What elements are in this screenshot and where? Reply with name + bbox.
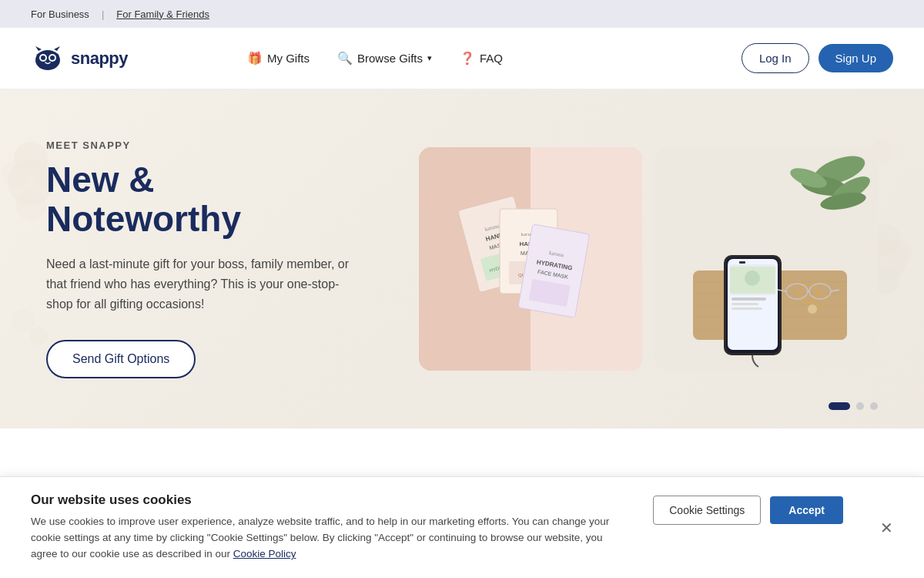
svg-rect-61 (732, 307, 762, 310)
hero-text-area: MEET SNAPPY New & Noteworthy Need a last… (46, 139, 354, 378)
cookie-banner: Our website uses cookies We use cookies … (0, 476, 924, 578)
carousel-dot-3[interactable] (870, 402, 878, 410)
svg-point-11 (29, 327, 48, 345)
cookie-body-text: We use cookies to improve user experienc… (31, 516, 609, 560)
signup-button[interactable]: Sign Up (819, 44, 893, 72)
my-gifts-label: My Gifts (267, 52, 310, 65)
cookie-body: We use cookies to improve user experienc… (31, 514, 622, 563)
hero-section: MEET SNAPPY New & Noteworthy Need a last… (0, 89, 924, 428)
phone-tray-illustration (654, 147, 878, 371)
carousel-dots (829, 402, 878, 410)
my-gifts-nav-item[interactable]: 🎁 My Gifts (247, 51, 310, 66)
browse-gifts-nav-item[interactable]: 🔍 Browse Gifts ▾ (337, 51, 432, 66)
header: snappy 🎁 My Gifts 🔍 Browse Gifts ▾ ❓ FAQ… (0, 28, 924, 89)
chevron-down-icon: ▾ (427, 53, 432, 63)
send-gift-options-button[interactable]: Send Gift Options (46, 340, 196, 378)
carousel-dot-1[interactable] (829, 402, 850, 410)
logo[interactable]: snappy (31, 45, 128, 72)
cookie-settings-button[interactable]: Cookie Settings (653, 496, 761, 525)
header-actions: Log In Sign Up (742, 43, 893, 73)
svg-point-10 (12, 309, 35, 332)
cookie-text-area: Our website uses cookies We use cookies … (31, 492, 622, 563)
hero-eyebrow: MEET SNAPPY (46, 139, 354, 151)
svg-point-15 (887, 240, 912, 265)
faq-nav-item[interactable]: ❓ FAQ (460, 51, 503, 66)
cookie-close-icon[interactable]: ✕ (880, 519, 893, 537)
top-bar: For Business | For Family & Friends (0, 0, 924, 28)
cookie-title: Our website uses cookies (31, 492, 622, 508)
hero-image-card-2 (654, 147, 878, 371)
cookie-accept-button[interactable]: Accept (770, 496, 843, 524)
svg-rect-60 (732, 303, 758, 305)
top-bar-divider: | (102, 8, 104, 20)
browse-gifts-label: Browse Gifts (357, 52, 423, 65)
svg-point-7 (2, 160, 29, 188)
cookie-policy-link[interactable]: Cookie Policy (233, 548, 296, 560)
svg-rect-56 (739, 261, 745, 264)
svg-point-4 (50, 55, 55, 60)
cookie-actions: Cookie Settings Accept (653, 496, 843, 525)
help-icon: ❓ (460, 51, 475, 66)
svg-point-9 (15, 190, 46, 220)
carousel-dot-2[interactable] (856, 402, 864, 410)
for-business-link[interactable]: For Business (31, 8, 89, 20)
gift-icon: 🎁 (247, 51, 263, 66)
hero-images: karuna HAND MASK HYDRATING karuna HAND M… (419, 147, 878, 371)
logo-text: snappy (71, 49, 128, 69)
login-button[interactable]: Log In (742, 43, 809, 73)
svg-rect-59 (732, 297, 766, 301)
logo-icon (31, 45, 65, 72)
svg-point-58 (745, 271, 760, 286)
hero-title: New & Noteworthy (46, 160, 354, 238)
svg-point-64 (808, 304, 817, 314)
hand-mask-illustration: karuna HAND MASK HYDRATING karuna HAND M… (419, 147, 642, 371)
svg-point-3 (41, 55, 45, 60)
search-icon: 🔍 (337, 51, 353, 66)
hero-image-card-1: karuna HAND MASK HYDRATING karuna HAND M… (419, 147, 642, 371)
for-family-link[interactable]: For Family & Friends (116, 8, 209, 20)
main-nav: 🎁 My Gifts 🔍 Browse Gifts ▾ ❓ FAQ (247, 51, 503, 66)
faq-label: FAQ (480, 52, 503, 65)
hero-description: Need a last-minute gift for your boss, f… (46, 254, 354, 315)
